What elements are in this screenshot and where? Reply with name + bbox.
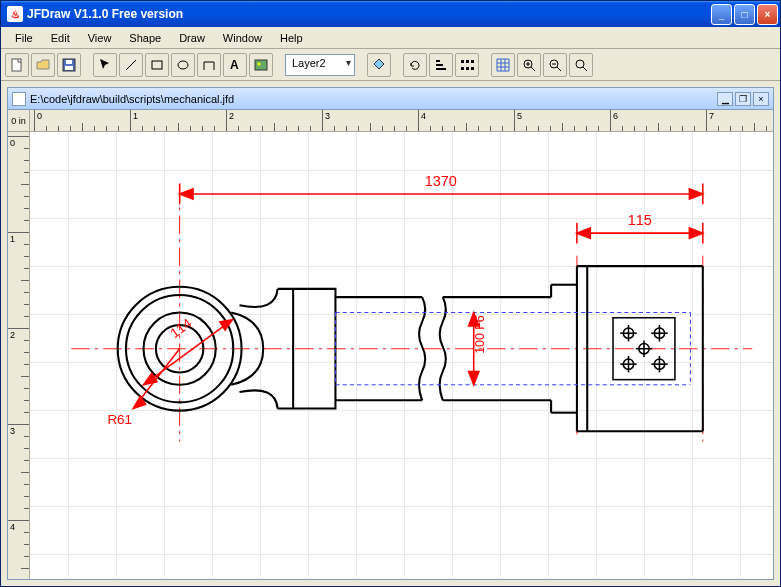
document-window: E:\code\jfdraw\build\scripts\mechanical.…: [7, 87, 774, 580]
zoom-fit-button[interactable]: [569, 53, 593, 77]
menu-help[interactable]: Help: [272, 30, 311, 46]
doc-close-button[interactable]: ×: [753, 92, 769, 106]
svg-text:114: 114: [167, 315, 194, 341]
document-icon: [12, 92, 26, 106]
distribute-tool[interactable]: [455, 53, 479, 77]
ellipse-tool[interactable]: [171, 53, 195, 77]
close-button[interactable]: ×: [757, 4, 778, 25]
svg-marker-33: [180, 189, 193, 199]
svg-point-9: [258, 62, 261, 65]
align-tool[interactable]: [429, 53, 453, 77]
svg-text:115: 115: [628, 212, 652, 228]
minimize-button[interactable]: _: [711, 4, 732, 25]
window-title: JFDraw V1.1.0 Free version: [27, 7, 711, 21]
svg-rect-15: [471, 60, 474, 63]
mechanical-drawing: 1370 115: [30, 132, 773, 579]
svg-rect-17: [466, 67, 469, 70]
doc-restore-button[interactable]: ❐: [735, 92, 751, 106]
svg-line-20: [531, 67, 535, 71]
menu-window[interactable]: Window: [215, 30, 270, 46]
zoom-in-button[interactable]: [517, 53, 541, 77]
svg-marker-40: [689, 228, 702, 238]
svg-rect-16: [461, 67, 464, 70]
menu-shape[interactable]: Shape: [121, 30, 169, 46]
svg-marker-39: [577, 228, 590, 238]
layer-select[interactable]: Layer2: [285, 54, 355, 76]
svg-marker-34: [689, 189, 702, 199]
svg-rect-0: [12, 59, 21, 71]
svg-text:1370: 1370: [425, 173, 457, 189]
menu-draw[interactable]: Draw: [171, 30, 213, 46]
rotate-tool[interactable]: [403, 53, 427, 77]
document-path: E:\code\jfdraw\build\scripts\mechanical.…: [30, 93, 234, 105]
svg-point-6: [178, 61, 188, 69]
drawing-canvas[interactable]: 1370 115: [30, 132, 773, 579]
toolbar: A Layer2: [1, 49, 780, 81]
svg-line-4: [126, 60, 136, 70]
menu-file[interactable]: File: [7, 30, 41, 46]
fill-tool[interactable]: [367, 53, 391, 77]
svg-marker-75: [469, 371, 479, 384]
java-icon: ♨: [7, 6, 23, 22]
svg-text:100 F6: 100 F6: [473, 315, 487, 354]
ruler-vertical: 01234: [8, 132, 30, 579]
doc-minimize-button[interactable]: ▁: [717, 92, 733, 106]
titlebar: ♨ JFDraw V1.1.0 Free version _ □ ×: [1, 1, 780, 27]
menubar: File Edit View Shape Draw Window Help: [1, 27, 780, 49]
line-tool[interactable]: [119, 53, 143, 77]
svg-rect-8: [255, 60, 267, 70]
svg-rect-18: [471, 67, 474, 70]
svg-rect-3: [66, 60, 72, 64]
svg-rect-2: [65, 66, 73, 70]
maximize-button[interactable]: □: [734, 4, 755, 25]
image-tool[interactable]: [249, 53, 273, 77]
svg-rect-14: [466, 60, 469, 63]
pointer-tool[interactable]: [93, 53, 117, 77]
ruler-horizontal: 01234567: [30, 110, 773, 132]
text-tool[interactable]: A: [223, 53, 247, 77]
rect-tool[interactable]: [145, 53, 169, 77]
zoom-out-button[interactable]: [543, 53, 567, 77]
svg-line-27: [583, 67, 587, 71]
document-titlebar: E:\code\jfdraw\build\scripts\mechanical.…: [8, 88, 773, 110]
save-button[interactable]: [57, 53, 81, 77]
menu-view[interactable]: View: [80, 30, 120, 46]
svg-line-24: [557, 67, 561, 71]
polygon-tool[interactable]: [197, 53, 221, 77]
svg-rect-13: [461, 60, 464, 63]
svg-rect-5: [152, 61, 162, 69]
grid-toggle[interactable]: [491, 53, 515, 77]
svg-text:A: A: [230, 58, 239, 72]
open-button[interactable]: [31, 53, 55, 77]
svg-text:R61: R61: [107, 412, 132, 427]
svg-point-26: [576, 60, 584, 68]
menu-edit[interactable]: Edit: [43, 30, 78, 46]
ruler-corner: 0 in: [8, 110, 30, 132]
new-button[interactable]: [5, 53, 29, 77]
